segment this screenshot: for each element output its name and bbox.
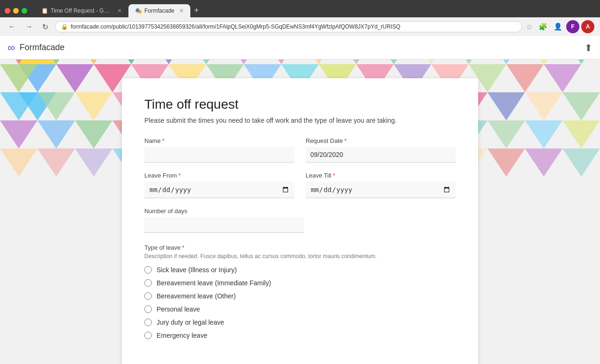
- num-days-section: Number of days: [144, 208, 456, 233]
- new-tab-button[interactable]: +: [190, 4, 203, 17]
- tab-close-2[interactable]: ✕: [179, 7, 184, 14]
- form-wrapper: Time off request Please submit the times…: [0, 59, 600, 364]
- leave-option-personal[interactable]: Personal leave: [144, 305, 456, 313]
- name-input[interactable]: [144, 147, 294, 163]
- lock-icon: 🔒: [61, 23, 68, 30]
- leave-option-emergency-label: Emergency leave: [157, 332, 207, 339]
- toolbar-icons: 🧩 👤 F A: [536, 20, 594, 33]
- leave-option-emergency-radio[interactable]: [144, 332, 152, 339]
- tab-favicon-1: 📋: [41, 7, 48, 14]
- share-button[interactable]: ⬆: [585, 42, 592, 53]
- leave-from-field: Leave From*: [144, 172, 294, 198]
- leave-option-bereavement-immediate-label: Bereavement leave (Immediate Family): [157, 279, 271, 287]
- type-of-leave-section: Type of leave* Description if needed. Fu…: [144, 244, 456, 339]
- browser-toolbar: ← → ↻ 🔒 formfacade.com/public/1013977534…: [0, 17, 600, 36]
- address-text: formfacade.com/public/101397753425638859…: [71, 23, 516, 30]
- minimize-button[interactable]: [13, 8, 19, 14]
- leave-option-personal-label: Personal leave: [157, 305, 200, 313]
- leave-option-sick-label: Sick leave (Illness or Injury): [157, 266, 237, 274]
- traffic-lights: [5, 8, 27, 14]
- leave-dates-row: Leave From* Leave Till*: [144, 172, 456, 198]
- leave-from-label: Leave From*: [144, 172, 294, 179]
- num-days-input[interactable]: [144, 217, 304, 233]
- brand: ∞ Formfacade: [8, 42, 65, 54]
- leave-option-bereavement-other-radio[interactable]: [144, 292, 152, 300]
- tab-formfacade[interactable]: 🎭 Formfacade ✕: [128, 4, 190, 17]
- brand-logo-icon: ∞: [8, 42, 15, 54]
- num-days-label: Number of days: [144, 208, 456, 215]
- leave-option-jury-duty[interactable]: Jury duty or legal leave: [144, 319, 456, 326]
- leave-option-bereavement-other-label: Bereavement leave (Other): [157, 292, 236, 300]
- extensions-icon[interactable]: 🧩: [536, 20, 549, 33]
- page-header: ∞ Formfacade ⬆: [0, 36, 600, 59]
- leave-option-jury-duty-label: Jury duty or legal leave: [157, 319, 224, 326]
- leave-from-required-star: *: [178, 172, 180, 179]
- leave-option-bereavement-immediate-radio[interactable]: [144, 279, 152, 287]
- leave-till-label: Leave Till*: [306, 172, 456, 179]
- leave-option-bereavement-immediate[interactable]: Bereavement leave (Immediate Family): [144, 279, 456, 287]
- refresh-button[interactable]: ↻: [39, 21, 51, 33]
- name-date-row: Name* Request Date*: [144, 137, 456, 163]
- name-label: Name*: [144, 137, 294, 144]
- browser-window: 📋 Time Off Request - Google For... ✕ 🎭 F…: [0, 0, 600, 364]
- page-content: ∞ Formfacade ⬆ Time off request Please s…: [0, 36, 600, 364]
- maximize-button[interactable]: [22, 8, 27, 14]
- request-date-input[interactable]: [306, 147, 456, 163]
- leave-till-input[interactable]: [306, 182, 456, 198]
- bookmark-button[interactable]: ☆: [526, 22, 532, 31]
- tab-close-1[interactable]: ✕: [117, 7, 122, 14]
- name-field: Name*: [144, 137, 294, 163]
- address-bar[interactable]: 🔒 formfacade.com/public/1013977534256388…: [55, 21, 522, 32]
- forward-button[interactable]: →: [22, 21, 36, 33]
- profile-icon[interactable]: 👤: [551, 20, 564, 33]
- leave-from-input[interactable]: [144, 182, 294, 198]
- leave-till-field: Leave Till*: [306, 172, 456, 198]
- request-date-label: Request Date*: [306, 137, 456, 144]
- tab-bar: 📋 Time Off Request - Google For... ✕ 🎭 F…: [35, 4, 595, 17]
- leave-option-sick[interactable]: Sick leave (Illness or Injury): [144, 266, 456, 274]
- tab-favicon-2: 🎭: [135, 7, 142, 14]
- type-of-leave-label: Type of leave*: [144, 244, 456, 251]
- request-date-field: Request Date*: [306, 137, 456, 163]
- back-button[interactable]: ←: [6, 21, 19, 33]
- leave-till-required-star: *: [333, 172, 335, 179]
- user-avatar[interactable]: A: [581, 20, 594, 33]
- request-date-required-star: *: [345, 137, 347, 144]
- leave-option-bereavement-other[interactable]: Bereavement leave (Other): [144, 292, 456, 300]
- form-description: Please submit the times you need to take…: [144, 117, 456, 124]
- leave-option-personal-radio[interactable]: [144, 305, 152, 313]
- form-title: Time off request: [144, 97, 456, 112]
- browser-titlebar: 📋 Time Off Request - Google For... ✕ 🎭 F…: [0, 0, 600, 17]
- close-button[interactable]: [5, 8, 10, 14]
- leave-option-jury-duty-radio[interactable]: [144, 319, 152, 326]
- brand-name: Formfacade: [20, 43, 65, 52]
- type-of-leave-required-star: *: [182, 244, 184, 251]
- leave-option-sick-radio[interactable]: [144, 266, 152, 274]
- name-required-star: *: [162, 137, 165, 144]
- form-card: Time off request Please submit the times…: [122, 78, 478, 364]
- account-icon[interactable]: F: [566, 20, 579, 33]
- tab-time-off-request[interactable]: 📋 Time Off Request - Google For... ✕: [35, 4, 128, 17]
- tab-title-1: Time Off Request - Google For...: [51, 7, 112, 14]
- share-icon: ⬆: [585, 43, 592, 53]
- leave-option-emergency[interactable]: Emergency leave: [144, 332, 456, 339]
- tab-title-2: Formfacade: [144, 7, 174, 14]
- type-of-leave-desc: Description if needed. Fusce dapibus, te…: [144, 253, 456, 260]
